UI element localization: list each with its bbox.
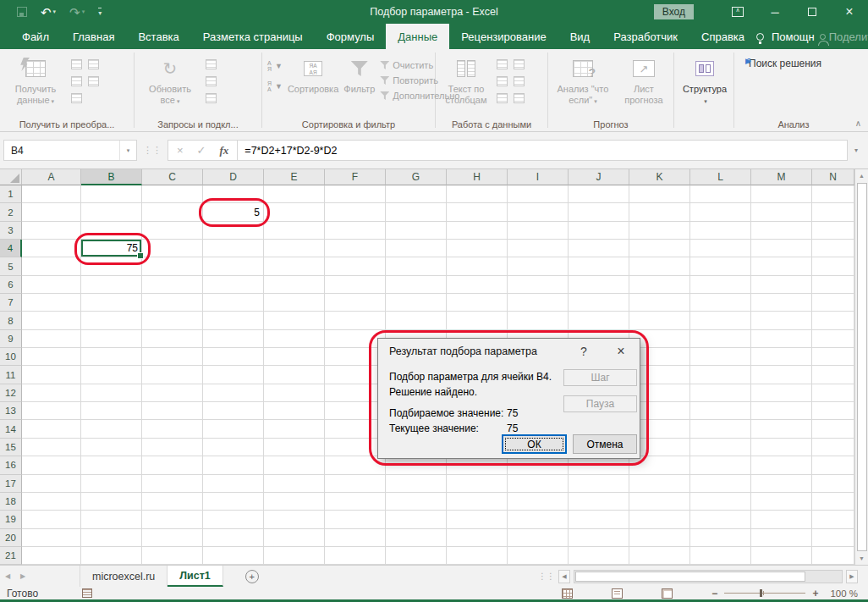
cell-B11[interactable] <box>81 366 142 384</box>
properties-icon[interactable] <box>206 76 217 86</box>
cell-M20[interactable] <box>751 529 812 547</box>
formula-input[interactable]: =7*D2+17*D2-9*D2 <box>238 140 848 161</box>
cell-D17[interactable] <box>203 475 264 493</box>
cell-J17[interactable] <box>569 475 629 493</box>
cell-E20[interactable] <box>264 529 325 547</box>
cell-M6[interactable] <box>751 276 812 294</box>
text-to-columns-button[interactable]: Текст постолбцам <box>441 53 492 106</box>
queries-connections-icon[interactable] <box>206 59 217 69</box>
cell-B3[interactable] <box>81 222 142 240</box>
cell-J5[interactable] <box>569 257 629 275</box>
cell-L19[interactable] <box>690 511 751 528</box>
minimize-icon[interactable]: ─ <box>756 0 794 24</box>
row-header-11[interactable]: 11 <box>0 366 22 384</box>
sheet-tab-Лист1[interactable]: Лист1 <box>168 566 222 587</box>
cell-G21[interactable] <box>386 547 447 565</box>
cell-F17[interactable] <box>325 475 386 493</box>
cancel-button[interactable]: Отмена <box>573 434 637 454</box>
cell-B18[interactable] <box>81 493 142 511</box>
row-header-3[interactable]: 3 <box>0 222 22 240</box>
cell-H19[interactable] <box>447 511 508 528</box>
cell-E11[interactable] <box>264 366 325 384</box>
cell-I8[interactable] <box>508 312 569 329</box>
cell-N21[interactable] <box>812 547 854 565</box>
cell-D9[interactable] <box>203 330 264 348</box>
insert-function-icon[interactable]: fx <box>220 144 229 157</box>
cell-E19[interactable] <box>264 511 325 528</box>
cell-F20[interactable] <box>325 529 386 547</box>
cell-L8[interactable] <box>690 312 751 329</box>
cell-K1[interactable] <box>629 185 690 203</box>
sort-button[interactable]: ЯА АЯ Сортировка <box>288 53 338 101</box>
cell-K17[interactable] <box>629 475 690 493</box>
cell-A16[interactable] <box>22 456 81 474</box>
cell-D11[interactable] <box>203 366 264 384</box>
cancel-entry-icon[interactable]: × <box>177 144 184 157</box>
cell-H8[interactable] <box>447 312 508 329</box>
cell-N15[interactable] <box>812 439 854 456</box>
cell-M15[interactable] <box>751 439 812 456</box>
cell-E6[interactable] <box>264 276 325 294</box>
cell-D5[interactable] <box>203 257 264 275</box>
cell-D12[interactable] <box>203 384 264 402</box>
sheet-nav-right-icon[interactable]: ▶ <box>15 566 30 587</box>
cell-C9[interactable] <box>142 330 203 348</box>
cell-M4[interactable] <box>751 240 812 257</box>
cell-A4[interactable] <box>22 240 81 257</box>
cell-J8[interactable] <box>569 312 629 329</box>
cell-E12[interactable] <box>264 384 325 402</box>
relationships-icon[interactable] <box>497 93 508 103</box>
customize-qat-icon[interactable]: ▾ <box>98 8 102 17</box>
cell-E2[interactable] <box>264 203 325 221</box>
cell-A6[interactable] <box>22 276 81 294</box>
cell-J7[interactable] <box>569 294 629 312</box>
sheet-tab-microexcel.ru[interactable]: microexcel.ru <box>80 566 168 587</box>
what-if-analysis-button[interactable]: ? Анализ "чтоесли"▾ <box>553 53 613 107</box>
cell-E15[interactable] <box>264 439 325 456</box>
cell-J16[interactable] <box>569 456 629 474</box>
consolidate-icon[interactable] <box>514 76 525 86</box>
cell-G16[interactable] <box>386 456 447 474</box>
undo-icon[interactable]: ↶▾ <box>41 6 56 19</box>
refresh-all-button[interactable]: ↻ Обновитьвсе▾ <box>140 53 201 107</box>
cell-D20[interactable] <box>203 529 264 547</box>
cell-E21[interactable] <box>264 547 325 565</box>
cell-H18[interactable] <box>447 493 508 511</box>
row-header-2[interactable]: 2 <box>0 203 22 221</box>
column-header-L[interactable]: L <box>690 169 751 185</box>
cell-N10[interactable] <box>812 348 854 366</box>
row-header-17[interactable]: 17 <box>0 475 22 493</box>
cell-A10[interactable] <box>22 348 81 366</box>
sort-ascending-icon[interactable]: АЯ▼ <box>267 60 283 72</box>
cell-D7[interactable] <box>203 294 264 312</box>
cell-L3[interactable] <box>690 222 751 240</box>
cell-E14[interactable] <box>264 420 325 438</box>
cell-F3[interactable] <box>325 222 386 240</box>
cell-A21[interactable] <box>22 547 81 565</box>
sign-in-button[interactable]: Вход <box>654 4 694 19</box>
dialog-help-icon[interactable]: ? <box>565 339 602 364</box>
step-button[interactable]: Шаг <box>563 369 637 386</box>
cell-D19[interactable] <box>203 511 264 528</box>
cell-E17[interactable] <box>264 475 325 493</box>
cell-F5[interactable] <box>325 257 386 275</box>
cell-J6[interactable] <box>569 276 629 294</box>
cell-I7[interactable] <box>508 294 569 312</box>
cell-F18[interactable] <box>325 493 386 511</box>
normal-view-icon[interactable] <box>562 588 573 599</box>
cell-G5[interactable] <box>386 257 447 275</box>
row-header-1[interactable]: 1 <box>0 185 22 203</box>
zoom-level[interactable]: 100 % <box>830 588 868 599</box>
tab-Разработчик[interactable]: Разработчик <box>602 24 689 49</box>
remove-duplicates-icon[interactable] <box>514 59 525 69</box>
redo-icon[interactable]: ↷▾ <box>69 6 85 19</box>
cell-A11[interactable] <box>22 366 81 384</box>
cell-K4[interactable] <box>629 240 690 257</box>
cell-C3[interactable] <box>142 222 203 240</box>
manage-data-model-icon[interactable] <box>514 93 525 103</box>
cell-A18[interactable] <box>22 493 81 511</box>
cell-C17[interactable] <box>142 475 203 493</box>
cell-H7[interactable] <box>447 294 508 312</box>
cell-M5[interactable] <box>751 257 812 275</box>
row-header-21[interactable]: 21 <box>0 547 22 565</box>
